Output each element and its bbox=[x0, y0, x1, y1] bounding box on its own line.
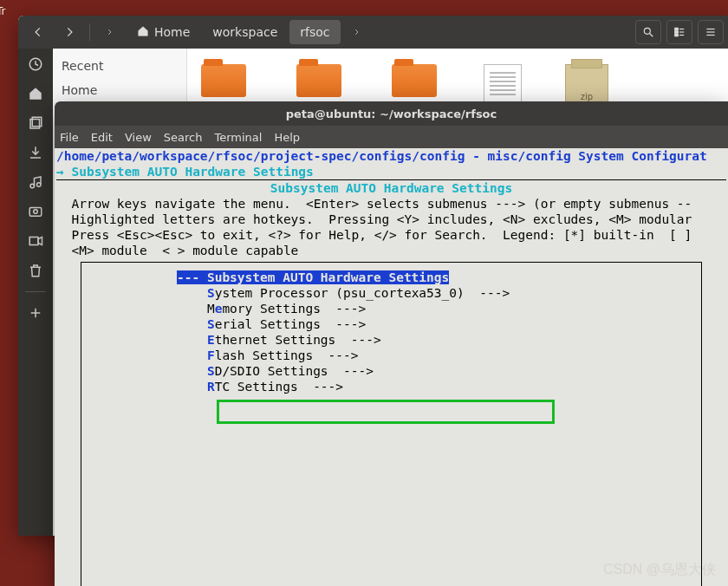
view-mode-button[interactable] bbox=[666, 20, 692, 44]
menu-item-system-processor[interactable]: System Processor (psu_cortexa53_0) ---> bbox=[81, 285, 701, 301]
highlight-annotation-box bbox=[217, 400, 555, 424]
trash-icon[interactable] bbox=[25, 260, 46, 281]
pictures-icon[interactable] bbox=[25, 201, 46, 222]
config-heading: Subsystem AUTO Hardware Settings bbox=[55, 180, 728, 196]
svg-rect-4 bbox=[675, 34, 679, 36]
places-home[interactable]: Home bbox=[53, 78, 186, 102]
search-button[interactable] bbox=[635, 20, 661, 44]
folder-item[interactable] bbox=[198, 64, 250, 102]
videos-icon[interactable] bbox=[25, 231, 46, 251]
path-workspace[interactable]: workspace bbox=[202, 20, 288, 44]
svg-rect-3 bbox=[675, 31, 679, 33]
home-icon-side[interactable] bbox=[25, 83, 46, 104]
watermark: CSDN @乌恩大侠 bbox=[603, 561, 716, 579]
desktop-trash-label: Tr bbox=[0, 5, 6, 17]
menu-file[interactable]: File bbox=[60, 131, 79, 144]
menu-item-serial-settings[interactable]: Serial Settings ---> bbox=[81, 316, 701, 332]
path-overflow[interactable] bbox=[342, 20, 372, 44]
menu-view[interactable]: View bbox=[125, 131, 152, 144]
svg-rect-18 bbox=[29, 238, 38, 245]
terminal-content[interactable]: /home/peta/workspace/rfsoc/project-spec/… bbox=[55, 148, 728, 586]
svg-rect-2 bbox=[675, 28, 679, 29]
back-button[interactable] bbox=[23, 20, 53, 44]
menu-item-rtc-settings[interactable]: RTC Settings ---> bbox=[81, 379, 701, 394]
places-recent[interactable]: Recent bbox=[53, 54, 186, 78]
separator bbox=[89, 23, 90, 41]
downloads-icon[interactable] bbox=[25, 142, 46, 163]
activity-sidebar bbox=[18, 49, 53, 536]
file-manager-toolbar: Home workspace rfsoc bbox=[18, 16, 728, 49]
arrow-icon: → bbox=[56, 165, 71, 179]
archive-item[interactable]: zip bbox=[565, 64, 608, 102]
path-root-chevron[interactable] bbox=[95, 20, 125, 44]
folder-item[interactable] bbox=[388, 64, 440, 102]
svg-point-0 bbox=[644, 28, 650, 34]
path-home-label: Home bbox=[154, 25, 190, 39]
svg-rect-16 bbox=[29, 208, 42, 217]
config-path-line: /home/peta/workspace/rfsoc/project-spec/… bbox=[55, 148, 728, 164]
music-icon[interactable] bbox=[25, 172, 46, 192]
help-line: Press <Esc><Esc> to exit, <?> for Help, … bbox=[55, 227, 728, 243]
breadcrumb-text: Subsystem AUTO Hardware Settings bbox=[71, 165, 321, 179]
hamburger-menu-button[interactable] bbox=[698, 20, 724, 44]
menu-help[interactable]: Help bbox=[274, 131, 300, 144]
help-line: <M> module < > module capable bbox=[55, 243, 728, 258]
files-icon[interactable] bbox=[25, 113, 46, 133]
home-icon bbox=[137, 25, 149, 40]
add-location-icon[interactable] bbox=[25, 303, 46, 323]
path-rfsoc-label: rfsoc bbox=[300, 25, 329, 39]
kconfig-frame: --- Subsystem AUTO Hardware Settings Sys… bbox=[81, 262, 702, 586]
menu-item-memory-settings[interactable]: Memory Settings ---> bbox=[81, 301, 701, 316]
svg-line-1 bbox=[650, 34, 653, 37]
path-home[interactable]: Home bbox=[127, 20, 200, 44]
menu-search[interactable]: Search bbox=[164, 131, 203, 144]
path-workspace-label: workspace bbox=[212, 25, 277, 39]
menu-terminal[interactable]: Terminal bbox=[214, 131, 262, 144]
menu-section-heading: --- Subsystem AUTO Hardware Settings bbox=[81, 270, 701, 285]
forward-button[interactable] bbox=[55, 20, 84, 44]
menu-item-flash-settings[interactable]: Flash Settings ---> bbox=[81, 348, 701, 363]
config-breadcrumb: → Subsystem AUTO Hardware Settings bbox=[55, 164, 728, 179]
recent-icon[interactable] bbox=[25, 54, 46, 75]
menu-item-sd-sdio-settings[interactable]: SD/SDIO Settings ---> bbox=[81, 363, 701, 379]
help-line: Arrow keys navigate the menu. <Enter> se… bbox=[55, 196, 728, 212]
terminal-window: peta@ubuntu: ~/workspace/rfsoc File Edit… bbox=[55, 101, 728, 586]
path-rfsoc[interactable]: rfsoc bbox=[289, 20, 340, 44]
svg-marker-19 bbox=[38, 238, 42, 245]
svg-point-17 bbox=[34, 210, 38, 214]
terminal-menubar: File Edit View Search Terminal Help bbox=[55, 126, 728, 148]
help-line: Highlighted letters are hotkeys. Pressin… bbox=[55, 212, 728, 227]
menu-edit[interactable]: Edit bbox=[91, 131, 113, 144]
archive-label: zip bbox=[581, 92, 593, 101]
folder-item[interactable] bbox=[293, 64, 345, 102]
menu-item-ethernet-settings[interactable]: Ethernet Settings ---> bbox=[81, 332, 701, 348]
sidebar-divider bbox=[25, 291, 46, 292]
terminal-titlebar[interactable]: peta@ubuntu: ~/workspace/rfsoc bbox=[55, 101, 728, 126]
